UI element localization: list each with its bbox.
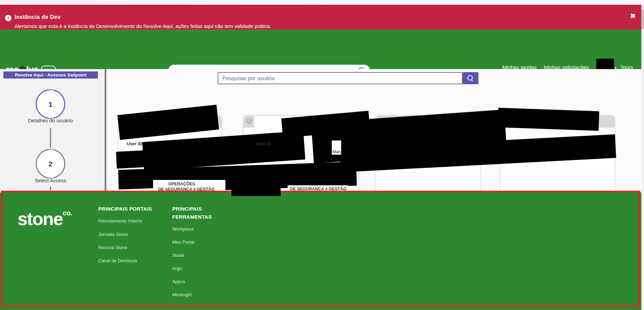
footer-heading-ferramentas: PRINCIPAIS FERRAMENTAS <box>172 205 218 221</box>
footer-link-studa[interactable]: Studa <box>172 253 184 258</box>
footer-link-recrutamento-interno[interactable]: Recrutamento Interno <box>98 218 142 223</box>
step-connector <box>50 128 51 148</box>
stone-logo-sup: co. <box>63 209 72 217</box>
footer-link-workplace[interactable]: Workplace <box>172 226 194 231</box>
info-circle-icon: ! <box>5 15 11 21</box>
card-field-label: User ID <box>256 141 271 146</box>
scrollbar[interactable] <box>641 5 644 310</box>
stone-co-logo: stone co. <box>17 210 72 228</box>
footer-link-jornada-stone[interactable]: Jornada Stone <box>98 232 128 237</box>
footer-link-recruta-stone[interactable]: Recruta Stone <box>98 245 127 250</box>
card-title-fragment: DE SEGURANÇA # GESTÃO <box>290 187 347 191</box>
stone-logo-text: stone <box>17 210 63 228</box>
footer-link-meu-portal[interactable]: Meu Portal <box>172 240 194 245</box>
footer-link-mindsight[interactable]: Mindsight <box>172 292 192 297</box>
search-icon <box>467 75 473 81</box>
scrollbar-up-arrow[interactable]: ▲ <box>641 5 644 8</box>
dev-instance-alert-banner: ! Instância de Dev Alertamos que esta é … <box>0 5 644 30</box>
card-field-label: User ID <box>127 141 142 146</box>
alert-message: Alertamos que esta é a instância de Dese… <box>14 23 271 29</box>
user-search-button[interactable] <box>463 72 478 84</box>
redaction-box <box>116 150 149 169</box>
app-header: res lve AQUI Minhas tarefas Minhas solic… <box>0 30 644 69</box>
card-title-fragment: OPERAÇÕES <box>168 182 195 186</box>
step-number: 2 <box>48 160 52 168</box>
page-footer <box>0 192 644 310</box>
step-2-circle[interactable]: 2 <box>36 149 65 179</box>
footer-link-canal-de-denuncia[interactable]: Canal de Denúncia <box>98 258 137 263</box>
sidebar-title-badge: Resolve Aqui - Acessos Sailpoint <box>3 71 98 79</box>
user-search-box <box>218 72 463 84</box>
step-1-circle[interactable]: 1 <box>36 89 65 119</box>
scrollbar-thumb[interactable] <box>641 9 644 29</box>
user-search-input[interactable] <box>222 74 455 83</box>
alert-title: Instância de Dev <box>14 14 61 21</box>
footer-link-argo[interactable]: Argo <box>172 266 182 271</box>
step-1-label: Detalhes do usuário <box>10 118 91 123</box>
footer-heading-portais: PRINCIPAIS PORTAIS <box>98 205 152 213</box>
step-connector <box>50 186 51 192</box>
redaction-box <box>231 186 281 196</box>
step-2-label: Select Access <box>10 178 91 183</box>
step-number: 1 <box>48 100 52 108</box>
card-title-fragment: DE SEGURANÇA # GESTÃO <box>158 187 215 192</box>
footer-link-appus[interactable]: Appus <box>172 279 185 284</box>
check-circle-icon: ✓ <box>247 119 252 124</box>
redaction-box <box>498 108 599 131</box>
page-top-strip <box>0 0 644 5</box>
close-icon[interactable]: ✖ <box>629 11 637 21</box>
card-partial-text: Man <box>332 149 341 154</box>
